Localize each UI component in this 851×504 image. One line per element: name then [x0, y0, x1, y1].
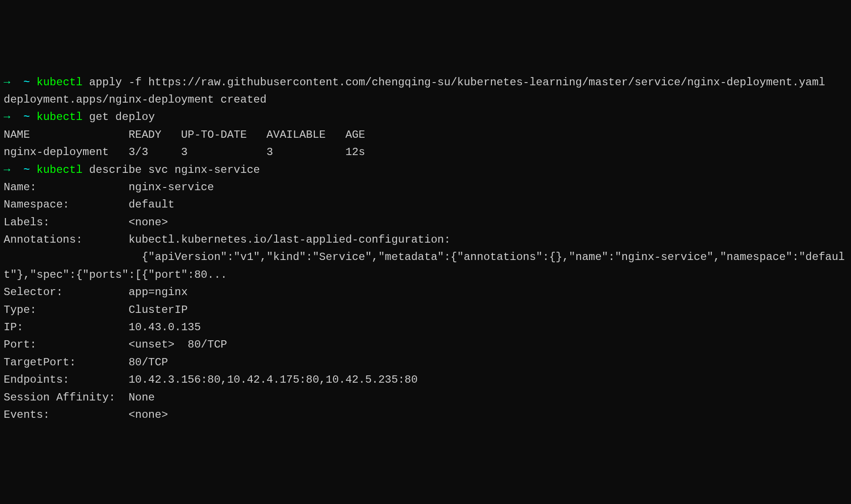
svc-labels: Labels: <none>	[4, 214, 847, 231]
field-label: Annotations:	[4, 234, 83, 246]
field-value: None	[129, 391, 155, 404]
field-value: nginx-service	[129, 181, 214, 193]
svc-session-affinity: Session Affinity: None	[4, 389, 847, 406]
output-line: deployment.apps/nginx-deployment created	[4, 91, 847, 109]
command-line-2: → ~ kubectl get deploy	[4, 109, 847, 126]
field-label: Selector:	[4, 286, 63, 298]
prompt-arrow-icon: →	[4, 164, 10, 176]
prompt-tilde: ~	[23, 111, 30, 123]
svc-endpoints: Endpoints: 10.42.3.156:80,10.42.4.175:80…	[4, 371, 847, 389]
svc-annotations-json: {"apiVersion":"v1","kind":"Service","met…	[4, 249, 847, 284]
table-header: NAME READY UP-TO-DATE AVAILABLE AGE	[4, 126, 847, 144]
prompt-arrow-icon: →	[4, 76, 10, 88]
field-value: kubectl.kubernetes.io/last-applied-confi…	[129, 234, 451, 246]
svc-annotations: Annotations: kubectl.kubernetes.io/last-…	[4, 231, 847, 249]
terminal-output[interactable]: → ~ kubectl apply -f https://raw.githubu…	[4, 74, 847, 424]
field-value: 10.43.0.135	[129, 321, 201, 333]
field-value: 10.42.3.156:80,10.42.4.175:80,10.42.5.23…	[129, 374, 418, 386]
table-row: nginx-deployment 3/3 3 3 12s	[4, 144, 847, 161]
svc-selector: Selector: app=nginx	[4, 284, 847, 301]
field-value: app=nginx	[129, 286, 188, 298]
field-value: ClusterIP	[129, 304, 188, 316]
field-label: Type:	[4, 304, 37, 316]
field-label: Events:	[4, 409, 50, 421]
command-args: get deploy	[83, 111, 155, 123]
kubectl-command: kubectl	[37, 164, 83, 176]
svc-port: Port: <unset> 80/TCP	[4, 336, 847, 353]
field-value: default	[129, 198, 175, 211]
svc-events: Events: <none>	[4, 406, 847, 424]
field-value: <none>	[129, 409, 168, 421]
field-value: <unset> 80/TCP	[129, 338, 227, 351]
svc-targetport: TargetPort: 80/TCP	[4, 354, 847, 371]
prompt-tilde: ~	[23, 164, 30, 176]
prompt-arrow-icon: →	[4, 111, 10, 123]
command-line-3: → ~ kubectl describe svc nginx-service	[4, 161, 847, 179]
field-label: Endpoints:	[4, 374, 69, 386]
field-value: 80/TCP	[129, 356, 168, 369]
field-label: TargetPort:	[4, 356, 76, 369]
svc-type: Type: ClusterIP	[4, 301, 847, 319]
field-label: Session Affinity:	[4, 391, 115, 404]
command-args: describe svc nginx-service	[83, 164, 260, 176]
field-label: IP:	[4, 321, 23, 333]
prompt-tilde: ~	[23, 76, 30, 88]
field-label: Namespace:	[4, 198, 69, 211]
kubectl-command: kubectl	[37, 76, 83, 88]
svc-ip: IP: 10.43.0.135	[4, 319, 847, 336]
kubectl-command: kubectl	[37, 111, 83, 123]
svc-namespace: Namespace: default	[4, 196, 847, 213]
field-label: Labels:	[4, 216, 50, 229]
field-label: Port:	[4, 338, 37, 351]
field-label: Name:	[4, 181, 37, 193]
field-value: <none>	[129, 216, 168, 229]
svc-name: Name: nginx-service	[4, 179, 847, 196]
command-args: apply -f https://raw.githubusercontent.c…	[83, 76, 825, 88]
command-line-1: → ~ kubectl apply -f https://raw.githubu…	[4, 74, 847, 91]
